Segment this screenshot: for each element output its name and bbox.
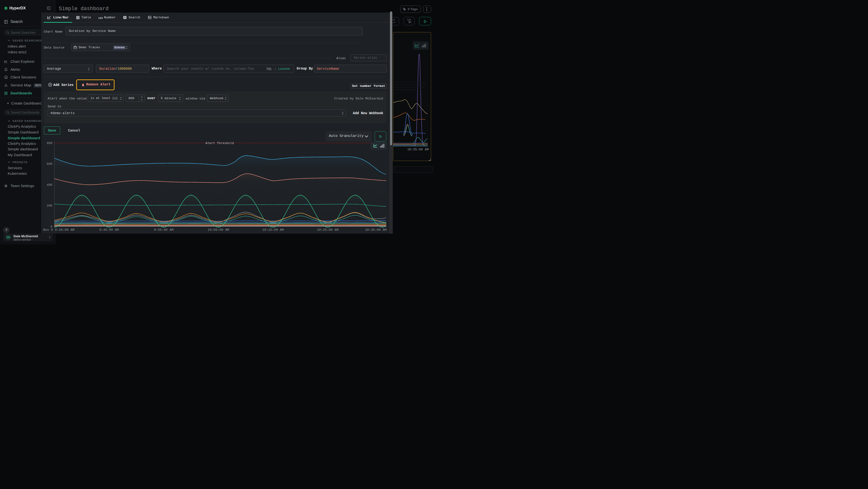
svg-text:10:35:00 AM: 10:35:00 AM <box>407 148 429 151</box>
